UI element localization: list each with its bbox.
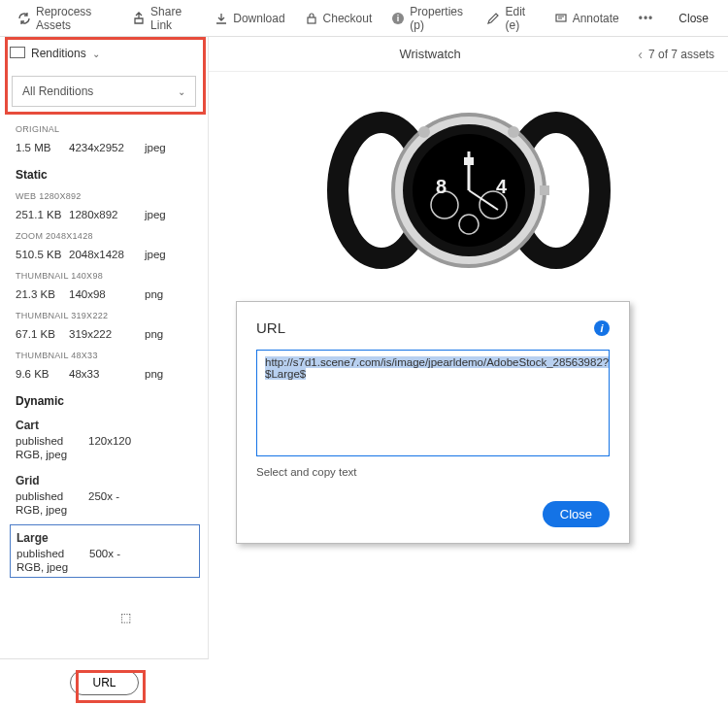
svg-text:i: i (397, 14, 400, 23)
share-icon (132, 12, 146, 25)
chevron-down-icon: ⌄ (178, 86, 185, 97)
svg-text:8: 8 (436, 176, 447, 197)
edit-button[interactable]: Edit (e) (479, 1, 542, 36)
refresh-icon (17, 12, 31, 25)
share-label: Share Link (150, 5, 195, 32)
rendition-row[interactable]: 1.5 MB4234x2952jpeg (0, 137, 208, 158)
rendition-row[interactable]: 510.5 KB2048x1428jpeg (0, 244, 208, 265)
url-textarea[interactable]: http://s7d1.scene7.com/is/image/jpearlde… (256, 350, 610, 456)
checkout-label: Checkout (323, 12, 373, 25)
svg-point-15 (418, 126, 430, 138)
url-button[interactable]: URL (70, 670, 138, 695)
dialog-title: URL (256, 319, 285, 336)
share-button[interactable]: Share Link (124, 1, 203, 36)
info-icon[interactable]: i (594, 320, 610, 336)
svg-point-16 (508, 126, 519, 138)
more-button[interactable]: ••• (631, 8, 662, 29)
checkout-button[interactable]: Checkout (297, 8, 381, 29)
download-label: Download (233, 12, 284, 25)
reprocess-button[interactable]: Reprocess Assets (10, 1, 120, 36)
download-button[interactable]: Download (207, 8, 292, 29)
renditions-list: ORIGINAL 1.5 MB4234x2952jpeg Static WEB … (0, 113, 208, 658)
filter-label: All Renditions (22, 84, 93, 98)
properties-label: Properties (p) (410, 5, 467, 32)
info-icon: i (391, 12, 405, 25)
svg-text:4: 4 (496, 176, 508, 197)
dynamic-item-large-selected[interactable]: Large published500x - RGB, jpeg (10, 524, 200, 578)
renditions-title: Renditions (31, 47, 86, 60)
download-icon (215, 12, 228, 25)
dynamic-section: Dynamic (0, 385, 208, 412)
renditions-filter-select[interactable]: All Renditions ⌄ (12, 76, 196, 107)
asset-counter: ‹ 7 of 7 assets (638, 47, 714, 62)
annotate-label: Annotate (573, 12, 619, 25)
svg-rect-17 (540, 185, 549, 195)
rendition-row[interactable]: 9.6 KB48x33png (0, 363, 208, 385)
reprocess-label: Reprocess Assets (36, 5, 113, 32)
close-button[interactable]: Close (669, 8, 718, 29)
renditions-icon (12, 49, 25, 58)
rendition-row[interactable]: 67.1 KB319x222png (0, 323, 208, 345)
prev-asset-button[interactable]: ‹ (638, 47, 643, 62)
annotate-button[interactable]: Annotate (546, 8, 627, 29)
dynamic-item-cart[interactable]: Cart published120x120 RGB, jpeg (0, 412, 208, 467)
renditions-panel: Renditions ⌄ All Renditions ⌄ ORIGINAL 1… (0, 37, 209, 658)
lock-icon (305, 12, 318, 25)
dialog-hint: Select and copy text (256, 466, 610, 478)
dialog-close-button[interactable]: Close (543, 501, 610, 527)
wristwatch-image: 8 4 (323, 84, 614, 297)
svg-rect-0 (308, 17, 315, 23)
sidebar-footer: URL (0, 658, 209, 705)
url-dialog: URL i http://s7d1.scene7.com/is/image/jp… (236, 301, 630, 544)
original-label: ORIGINAL (0, 118, 208, 137)
chevron-down-icon: ⌄ (92, 49, 100, 59)
edit-label: Edit (e) (505, 5, 534, 32)
rendition-row[interactable]: 251.1 KB1280x892jpeg (0, 204, 208, 225)
rendition-row[interactable]: 21.3 KB140x98png (0, 284, 208, 305)
pencil-icon (486, 12, 500, 25)
properties-button[interactable]: iProperties (p) (383, 1, 475, 36)
annotate-icon (554, 12, 568, 25)
url-text: http://s7d1.scene7.com/is/image/jpearlde… (265, 356, 609, 380)
renditions-header[interactable]: Renditions ⌄ (0, 37, 208, 70)
dynamic-item-grid[interactable]: Grid published250x - RGB, jpeg (0, 467, 208, 522)
top-toolbar: Reprocess Assets Share Link Download Che… (0, 0, 728, 37)
asset-title: Wristwatch (222, 47, 638, 61)
static-section: Static (0, 158, 208, 185)
